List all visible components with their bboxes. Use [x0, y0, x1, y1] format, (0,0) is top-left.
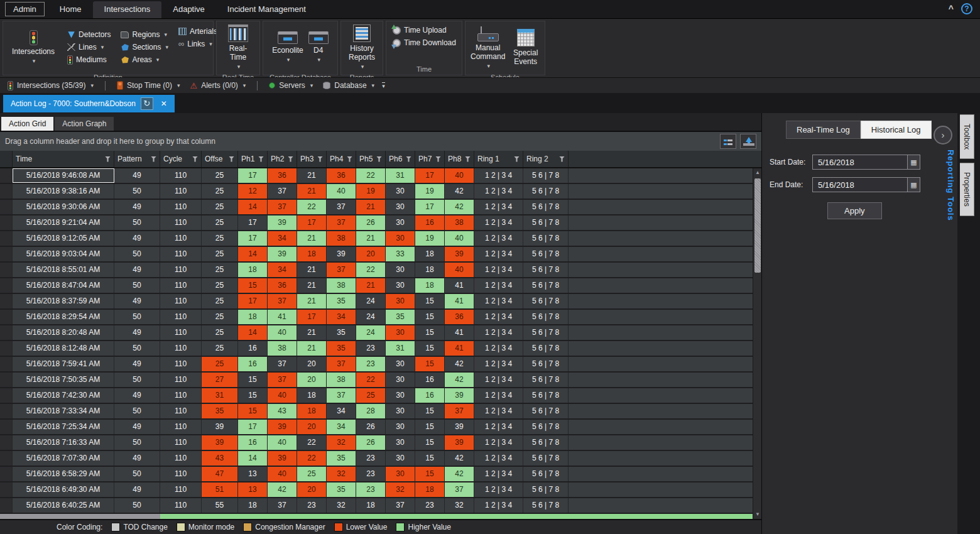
- table-row[interactable]: 5/16/2018 8:37:59 AM49110251737213524301…: [0, 294, 761, 310]
- manual-command-button[interactable]: Manual Command ▾: [469, 23, 506, 72]
- cell-ph8[interactable]: 40: [445, 263, 474, 277]
- mediums-button[interactable]: Mediums: [65, 55, 113, 65]
- cell-ring2[interactable]: 5 6 | 7 8: [523, 168, 569, 183]
- cell-ph8[interactable]: 42: [445, 467, 474, 481]
- row-header[interactable]: [0, 482, 13, 497]
- cell-cycle[interactable]: 110: [160, 498, 202, 513]
- cell-ph4[interactable]: 32: [327, 467, 356, 481]
- cell-ph6[interactable]: 30: [386, 357, 415, 371]
- cell-offset[interactable]: 25: [202, 184, 238, 199]
- filter-funnel-icon[interactable]: [406, 156, 411, 162]
- cell-pattern[interactable]: 50: [114, 215, 160, 230]
- cell-ph1[interactable]: 14: [238, 451, 268, 466]
- cell-ring1[interactable]: 1 2 | 3 4: [474, 325, 523, 340]
- regions-button[interactable]: Regions▾: [118, 30, 171, 40]
- cell-time[interactable]: 5/16/2018 7:50:35 AM: [13, 373, 114, 387]
- filter-funnel-icon[interactable]: [465, 156, 471, 162]
- cell-time[interactable]: 5/16/2018 6:49:30 AM: [13, 482, 114, 497]
- cell-ring2[interactable]: 5 6 | 7 8: [523, 215, 569, 230]
- cell-cycle[interactable]: 110: [160, 357, 202, 371]
- cell-ph5[interactable]: 28: [356, 404, 386, 418]
- status-intersections[interactable]: Intersections (35/39) ▾: [5, 81, 96, 90]
- cell-ph8[interactable]: 42: [445, 373, 474, 387]
- vertical-scrollbar[interactable]: ▲ ▼: [753, 168, 761, 519]
- cell-ph5[interactable]: 22: [356, 263, 386, 277]
- cell-offset[interactable]: 51: [202, 482, 238, 497]
- cell-ph2[interactable]: 37: [268, 184, 297, 199]
- collapse-ribbon-icon[interactable]: ^: [949, 4, 954, 14]
- cell-cycle[interactable]: 110: [160, 231, 202, 246]
- cell-offset[interactable]: 25: [202, 168, 238, 183]
- cell-ph6[interactable]: 31: [386, 341, 415, 356]
- close-icon[interactable]: ✕: [158, 99, 170, 108]
- cell-ph1[interactable]: 14: [238, 200, 268, 214]
- table-row[interactable]: 5/16/2018 9:21:04 AM50110251739173726301…: [0, 215, 761, 231]
- cell-ph2[interactable]: 37: [268, 200, 297, 214]
- cell-ph1[interactable]: 16: [238, 341, 268, 356]
- partial-row[interactable]: [0, 514, 761, 519]
- cell-ph7[interactable]: 16: [415, 215, 445, 230]
- cell-ph8[interactable]: 42: [445, 200, 474, 214]
- cell-ring2[interactable]: 5 6 | 7 8: [523, 278, 569, 293]
- cell-offset[interactable]: 25: [202, 294, 238, 308]
- cell-offset[interactable]: 25: [202, 341, 238, 356]
- cell-ph4[interactable]: 39: [327, 247, 356, 261]
- lines-button[interactable]: Lines▾: [65, 42, 113, 52]
- cell-ph2[interactable]: 39: [268, 247, 297, 261]
- cell-ph3[interactable]: 23: [297, 498, 327, 513]
- collapse-panel-icon[interactable]: ›: [934, 126, 952, 144]
- sections-button[interactable]: Sections▾: [118, 42, 171, 52]
- cell-ph1[interactable]: 13: [238, 467, 268, 481]
- filter-funnel-icon[interactable]: [514, 156, 520, 162]
- cell-ph4[interactable]: 34: [327, 420, 356, 434]
- intersections-button[interactable]: Intersections ▾: [7, 23, 60, 72]
- table-row[interactable]: 5/16/2018 7:42:30 AM49110311540183725301…: [0, 388, 761, 404]
- cell-ph6[interactable]: 33: [386, 247, 415, 261]
- cell-ph7[interactable]: 15: [415, 404, 445, 418]
- cell-offset[interactable]: 31: [202, 388, 238, 403]
- cell-ring1[interactable]: 1 2 | 3 4: [474, 498, 523, 513]
- detectors-button[interactable]: Detectors: [65, 30, 113, 40]
- cell-ring2[interactable]: 5 6 | 7 8: [523, 263, 569, 277]
- tab-action-graph[interactable]: Action Graph: [55, 117, 114, 131]
- cell-pattern[interactable]: 50: [114, 247, 160, 261]
- cell-ph6[interactable]: 30: [386, 263, 415, 277]
- cell-ph7[interactable]: 18: [415, 247, 445, 261]
- cell-ph7[interactable]: 23: [415, 498, 445, 513]
- cell-pattern[interactable]: 49: [114, 231, 160, 246]
- cell-ph2[interactable]: 38: [268, 341, 297, 356]
- cell-ph2[interactable]: 37: [268, 498, 297, 513]
- cell-ph3[interactable]: 17: [297, 310, 327, 324]
- column-header-ph5[interactable]: Ph5: [356, 151, 386, 167]
- cell-ph8[interactable]: 38: [445, 215, 474, 230]
- end-date-input[interactable]: [812, 177, 908, 192]
- cell-ring1[interactable]: 1 2 | 3 4: [474, 373, 523, 387]
- cell-ph8[interactable]: 37: [445, 482, 474, 497]
- menu-tab-intersections[interactable]: Intersections: [93, 1, 162, 18]
- tab-toolbox[interactable]: Toolbox: [960, 114, 974, 159]
- column-header-offse[interactable]: Offse: [202, 151, 238, 167]
- cell-offset[interactable]: 25: [202, 247, 238, 261]
- cell-ph4[interactable]: 34: [327, 310, 356, 324]
- d4-button[interactable]: D4 ▾: [307, 23, 330, 72]
- cell-ph1[interactable]: 15: [238, 404, 268, 418]
- filter-funnel-icon[interactable]: [105, 156, 111, 162]
- row-header[interactable]: [0, 278, 13, 293]
- filter-funnel-icon[interactable]: [288, 156, 293, 162]
- table-row[interactable]: 5/16/2018 7:07:30 AM49110431439223523301…: [0, 451, 761, 467]
- table-row[interactable]: 5/16/2018 6:58:29 AM50110471340253223301…: [0, 467, 761, 482]
- cell-ring2[interactable]: 5 6 | 7 8: [523, 325, 569, 340]
- cell-ph4[interactable]: 37: [327, 388, 356, 403]
- cell-pattern[interactable]: 49: [114, 294, 160, 308]
- cell-cycle[interactable]: 110: [160, 388, 202, 403]
- cell-ring2[interactable]: 5 6 | 7 8: [523, 467, 569, 481]
- cell-ph5[interactable]: 24: [356, 310, 386, 324]
- cell-ph2[interactable]: 39: [268, 451, 297, 466]
- cell-time[interactable]: 5/16/2018 6:58:29 AM: [13, 467, 114, 481]
- filter-funnel-icon[interactable]: [258, 156, 264, 162]
- cell-ph8[interactable]: 39: [445, 420, 474, 434]
- group-by-bar[interactable]: Drag a column header and drop it here to…: [0, 131, 761, 151]
- status-stop-time[interactable]: Stop Time (0) ▾: [114, 81, 183, 90]
- time-upload-button[interactable]: Time Upload: [390, 25, 459, 35]
- cell-ph2[interactable]: 37: [268, 357, 297, 371]
